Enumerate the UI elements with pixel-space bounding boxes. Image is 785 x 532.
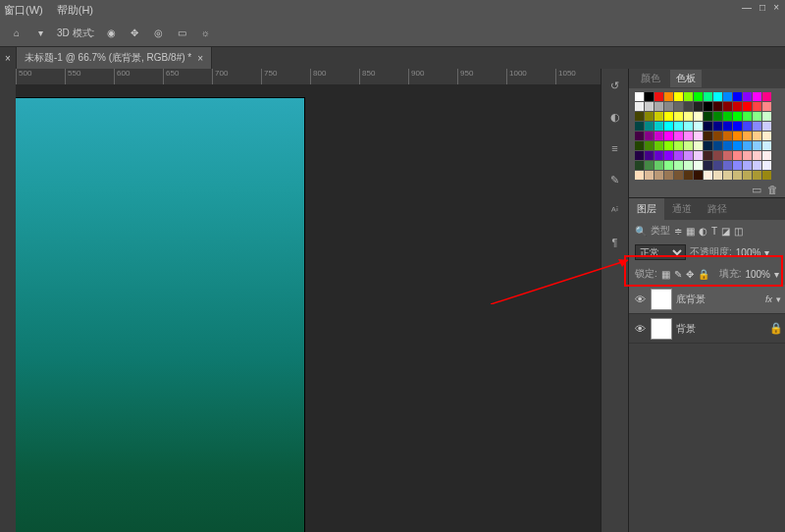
- color-swatch[interactable]: [723, 132, 732, 140]
- color-swatch[interactable]: [762, 102, 771, 111]
- color-swatch[interactable]: [713, 102, 722, 111]
- filter-icon[interactable]: 🔍: [635, 226, 647, 237]
- color-swatch[interactable]: [674, 141, 683, 150]
- filter-type-icon[interactable]: T: [711, 226, 717, 237]
- filter-shape-icon[interactable]: ◪: [721, 226, 730, 237]
- light-icon[interactable]: ☼: [198, 27, 212, 40]
- color-swatch[interactable]: [743, 141, 752, 150]
- adjust-icon[interactable]: ◐: [606, 108, 624, 126]
- minimize-button[interactable]: —: [742, 2, 752, 13]
- color-swatch[interactable]: [713, 141, 722, 150]
- color-swatch[interactable]: [694, 112, 703, 121]
- color-swatch[interactable]: [635, 132, 644, 140]
- color-swatch[interactable]: [723, 112, 732, 121]
- close-icon[interactable]: ×: [5, 53, 11, 64]
- color-swatch[interactable]: [713, 92, 722, 101]
- color-swatch[interactable]: [704, 122, 712, 131]
- tab-paths[interactable]: 路径: [700, 198, 735, 220]
- color-swatch[interactable]: [645, 92, 654, 101]
- color-swatch[interactable]: [674, 161, 683, 170]
- color-swatch[interactable]: [743, 92, 752, 101]
- color-swatch[interactable]: [684, 102, 693, 111]
- color-swatch[interactable]: [723, 122, 732, 131]
- color-swatch[interactable]: [733, 112, 742, 121]
- color-swatch[interactable]: [684, 151, 693, 160]
- color-swatch[interactable]: [753, 102, 761, 111]
- layer-row[interactable]: 👁底背景fx▾: [629, 285, 785, 314]
- color-swatch[interactable]: [694, 92, 703, 101]
- color-swatch[interactable]: [753, 92, 761, 101]
- color-swatch[interactable]: [743, 171, 752, 180]
- color-swatch[interactable]: [654, 92, 663, 101]
- color-swatch[interactable]: [664, 122, 673, 131]
- color-swatch[interactable]: [753, 151, 761, 160]
- filter-pixel-icon[interactable]: ▦: [686, 226, 695, 237]
- filter-dropdown-icon[interactable]: ≑: [674, 226, 682, 237]
- color-swatch[interactable]: [713, 132, 722, 140]
- color-swatch[interactable]: [684, 132, 693, 140]
- color-swatch[interactable]: [684, 122, 693, 131]
- color-swatch[interactable]: [733, 171, 742, 180]
- color-swatch[interactable]: [645, 132, 654, 140]
- filter-smart-icon[interactable]: ◫: [734, 226, 743, 237]
- color-swatch[interactable]: [753, 171, 761, 180]
- color-swatch[interactable]: [664, 132, 673, 140]
- lock-paint-icon[interactable]: ✎: [674, 269, 682, 280]
- color-swatch[interactable]: [753, 161, 761, 170]
- delete-swatch-icon[interactable]: 🗑: [767, 184, 779, 195]
- color-swatch[interactable]: [674, 122, 683, 131]
- color-swatch[interactable]: [635, 102, 644, 111]
- fx-badge[interactable]: fx: [765, 294, 772, 304]
- color-swatch[interactable]: [674, 171, 683, 180]
- color-swatch[interactable]: [654, 122, 663, 131]
- color-swatch[interactable]: [654, 132, 663, 140]
- layer-thumbnail[interactable]: [651, 289, 672, 310]
- color-swatch[interactable]: [704, 141, 712, 150]
- color-swatch[interactable]: [694, 151, 703, 160]
- color-swatch[interactable]: [664, 151, 673, 160]
- color-swatch[interactable]: [743, 161, 752, 170]
- color-swatch[interactable]: [733, 141, 742, 150]
- color-swatch[interactable]: [743, 102, 752, 111]
- menu-window[interactable]: 窗口(W): [4, 3, 43, 18]
- color-swatch[interactable]: [694, 132, 703, 140]
- color-swatch[interactable]: [733, 122, 742, 131]
- color-swatch[interactable]: [753, 112, 761, 121]
- color-swatch[interactable]: [664, 161, 673, 170]
- visibility-icon[interactable]: 👁: [633, 293, 647, 305]
- color-swatch[interactable]: [762, 112, 771, 121]
- color-swatch[interactable]: [704, 132, 712, 140]
- color-swatch[interactable]: [664, 112, 673, 121]
- color-swatch[interactable]: [733, 151, 742, 160]
- color-swatch[interactable]: [694, 122, 703, 131]
- color-swatch[interactable]: [654, 161, 663, 170]
- color-swatch[interactable]: [753, 122, 761, 131]
- new-swatch-icon[interactable]: ▭: [752, 184, 763, 195]
- color-swatch[interactable]: [684, 171, 693, 180]
- color-swatch[interactable]: [762, 141, 771, 150]
- color-swatch[interactable]: [743, 132, 752, 140]
- color-swatch[interactable]: [674, 92, 683, 101]
- fill-value[interactable]: 100%: [745, 269, 770, 280]
- color-swatch[interactable]: [762, 92, 771, 101]
- chevron-down-icon[interactable]: ▾: [764, 247, 769, 258]
- color-swatch[interactable]: [674, 151, 683, 160]
- dropdown-icon[interactable]: ▾: [33, 27, 47, 40]
- color-swatch[interactable]: [704, 112, 712, 121]
- document-canvas[interactable]: [10, 98, 304, 532]
- close-tab-icon[interactable]: ×: [197, 53, 203, 64]
- color-swatch[interactable]: [654, 141, 663, 150]
- color-swatch[interactable]: [733, 102, 742, 111]
- color-swatch[interactable]: [713, 151, 722, 160]
- color-swatch[interactable]: [635, 151, 644, 160]
- color-swatch[interactable]: [723, 161, 732, 170]
- layer-name[interactable]: 底背景: [676, 293, 761, 306]
- color-swatch[interactable]: [664, 171, 673, 180]
- color-swatch[interactable]: [635, 141, 644, 150]
- color-swatch[interactable]: [664, 92, 673, 101]
- color-swatch[interactable]: [694, 171, 703, 180]
- color-swatch[interactable]: [645, 102, 654, 111]
- color-swatch[interactable]: [664, 102, 673, 111]
- color-swatch[interactable]: [645, 141, 654, 150]
- color-swatch[interactable]: [713, 161, 722, 170]
